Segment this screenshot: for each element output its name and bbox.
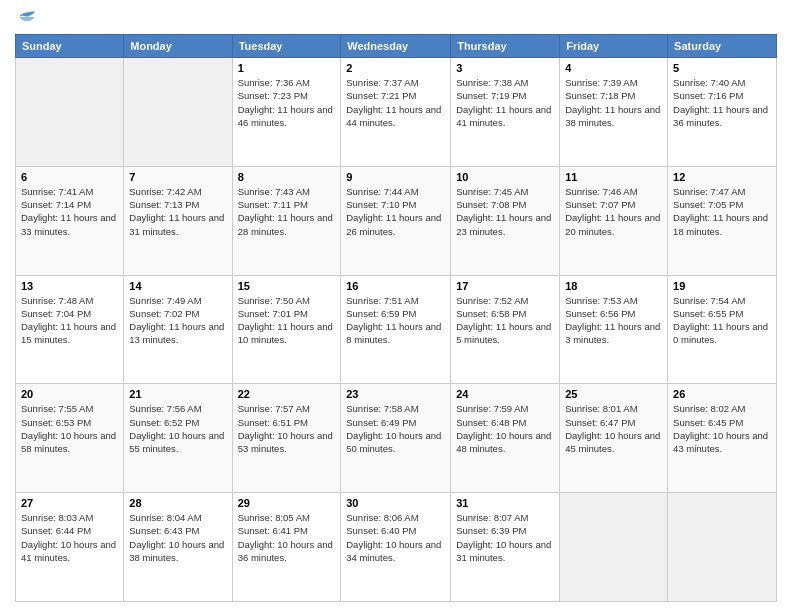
- day-info: Sunrise: 7:39 AMSunset: 7:18 PMDaylight:…: [565, 76, 662, 129]
- day-number: 23: [346, 388, 445, 400]
- header: [15, 10, 777, 26]
- calendar-weekday-monday: Monday: [124, 35, 232, 58]
- day-info: Sunrise: 7:41 AMSunset: 7:14 PMDaylight:…: [21, 185, 118, 238]
- day-number: 20: [21, 388, 118, 400]
- calendar-cell: 4Sunrise: 7:39 AMSunset: 7:18 PMDaylight…: [560, 58, 668, 167]
- calendar-cell: 11Sunrise: 7:46 AMSunset: 7:07 PMDayligh…: [560, 166, 668, 275]
- calendar-cell: 7Sunrise: 7:42 AMSunset: 7:13 PMDaylight…: [124, 166, 232, 275]
- calendar-cell: 30Sunrise: 8:06 AMSunset: 6:40 PMDayligh…: [341, 493, 451, 602]
- day-number: 8: [238, 171, 336, 183]
- day-info: Sunrise: 8:06 AMSunset: 6:40 PMDaylight:…: [346, 511, 445, 564]
- day-number: 12: [673, 171, 771, 183]
- calendar-cell: 1Sunrise: 7:36 AMSunset: 7:23 PMDaylight…: [232, 58, 341, 167]
- day-number: 2: [346, 62, 445, 74]
- calendar-cell: 15Sunrise: 7:50 AMSunset: 7:01 PMDayligh…: [232, 275, 341, 384]
- calendar-week-2: 6Sunrise: 7:41 AMSunset: 7:14 PMDaylight…: [16, 166, 777, 275]
- day-info: Sunrise: 7:55 AMSunset: 6:53 PMDaylight:…: [21, 402, 118, 455]
- day-number: 6: [21, 171, 118, 183]
- day-number: 13: [21, 280, 118, 292]
- day-number: 25: [565, 388, 662, 400]
- calendar-cell: 17Sunrise: 7:52 AMSunset: 6:58 PMDayligh…: [451, 275, 560, 384]
- calendar-weekday-friday: Friday: [560, 35, 668, 58]
- day-info: Sunrise: 7:37 AMSunset: 7:21 PMDaylight:…: [346, 76, 445, 129]
- calendar-cell: 24Sunrise: 7:59 AMSunset: 6:48 PMDayligh…: [451, 384, 560, 493]
- calendar-weekday-wednesday: Wednesday: [341, 35, 451, 58]
- calendar-week-5: 27Sunrise: 8:03 AMSunset: 6:44 PMDayligh…: [16, 493, 777, 602]
- day-number: 14: [129, 280, 226, 292]
- calendar-cell: 5Sunrise: 7:40 AMSunset: 7:16 PMDaylight…: [668, 58, 777, 167]
- calendar-cell: 31Sunrise: 8:07 AMSunset: 6:39 PMDayligh…: [451, 493, 560, 602]
- calendar-cell: [560, 493, 668, 602]
- calendar-cell: 2Sunrise: 7:37 AMSunset: 7:21 PMDaylight…: [341, 58, 451, 167]
- calendar-weekday-saturday: Saturday: [668, 35, 777, 58]
- day-info: Sunrise: 7:46 AMSunset: 7:07 PMDaylight:…: [565, 185, 662, 238]
- day-number: 27: [21, 497, 118, 509]
- day-number: 24: [456, 388, 554, 400]
- calendar-week-3: 13Sunrise: 7:48 AMSunset: 7:04 PMDayligh…: [16, 275, 777, 384]
- day-number: 18: [565, 280, 662, 292]
- calendar-cell: 9Sunrise: 7:44 AMSunset: 7:10 PMDaylight…: [341, 166, 451, 275]
- day-info: Sunrise: 7:40 AMSunset: 7:16 PMDaylight:…: [673, 76, 771, 129]
- calendar-cell: 19Sunrise: 7:54 AMSunset: 6:55 PMDayligh…: [668, 275, 777, 384]
- day-info: Sunrise: 7:44 AMSunset: 7:10 PMDaylight:…: [346, 185, 445, 238]
- day-info: Sunrise: 7:58 AMSunset: 6:49 PMDaylight:…: [346, 402, 445, 455]
- calendar-cell: 14Sunrise: 7:49 AMSunset: 7:02 PMDayligh…: [124, 275, 232, 384]
- calendar-cell: 20Sunrise: 7:55 AMSunset: 6:53 PMDayligh…: [16, 384, 124, 493]
- calendar-cell: 8Sunrise: 7:43 AMSunset: 7:11 PMDaylight…: [232, 166, 341, 275]
- calendar-week-4: 20Sunrise: 7:55 AMSunset: 6:53 PMDayligh…: [16, 384, 777, 493]
- day-info: Sunrise: 7:59 AMSunset: 6:48 PMDaylight:…: [456, 402, 554, 455]
- day-number: 1: [238, 62, 336, 74]
- calendar-cell: 18Sunrise: 7:53 AMSunset: 6:56 PMDayligh…: [560, 275, 668, 384]
- day-number: 31: [456, 497, 554, 509]
- day-info: Sunrise: 7:49 AMSunset: 7:02 PMDaylight:…: [129, 294, 226, 347]
- day-info: Sunrise: 7:52 AMSunset: 6:58 PMDaylight:…: [456, 294, 554, 347]
- day-info: Sunrise: 7:48 AMSunset: 7:04 PMDaylight:…: [21, 294, 118, 347]
- day-number: 28: [129, 497, 226, 509]
- day-number: 15: [238, 280, 336, 292]
- page: SundayMondayTuesdayWednesdayThursdayFrid…: [0, 0, 792, 612]
- day-info: Sunrise: 8:02 AMSunset: 6:45 PMDaylight:…: [673, 402, 771, 455]
- logo: [15, 10, 37, 26]
- calendar-weekday-sunday: Sunday: [16, 35, 124, 58]
- day-info: Sunrise: 7:57 AMSunset: 6:51 PMDaylight:…: [238, 402, 336, 455]
- day-number: 26: [673, 388, 771, 400]
- day-number: 3: [456, 62, 554, 74]
- calendar-cell: [668, 493, 777, 602]
- day-info: Sunrise: 8:04 AMSunset: 6:43 PMDaylight:…: [129, 511, 226, 564]
- day-number: 17: [456, 280, 554, 292]
- logo-bird-icon: [17, 10, 37, 26]
- day-number: 30: [346, 497, 445, 509]
- day-info: Sunrise: 7:47 AMSunset: 7:05 PMDaylight:…: [673, 185, 771, 238]
- day-info: Sunrise: 7:43 AMSunset: 7:11 PMDaylight:…: [238, 185, 336, 238]
- day-number: 22: [238, 388, 336, 400]
- day-info: Sunrise: 7:51 AMSunset: 6:59 PMDaylight:…: [346, 294, 445, 347]
- day-number: 4: [565, 62, 662, 74]
- calendar-cell: 10Sunrise: 7:45 AMSunset: 7:08 PMDayligh…: [451, 166, 560, 275]
- day-info: Sunrise: 7:45 AMSunset: 7:08 PMDaylight:…: [456, 185, 554, 238]
- calendar-cell: 22Sunrise: 7:57 AMSunset: 6:51 PMDayligh…: [232, 384, 341, 493]
- day-number: 9: [346, 171, 445, 183]
- day-info: Sunrise: 8:01 AMSunset: 6:47 PMDaylight:…: [565, 402, 662, 455]
- calendar-weekday-tuesday: Tuesday: [232, 35, 341, 58]
- day-number: 10: [456, 171, 554, 183]
- calendar-cell: 12Sunrise: 7:47 AMSunset: 7:05 PMDayligh…: [668, 166, 777, 275]
- calendar-cell: 25Sunrise: 8:01 AMSunset: 6:47 PMDayligh…: [560, 384, 668, 493]
- day-info: Sunrise: 7:53 AMSunset: 6:56 PMDaylight:…: [565, 294, 662, 347]
- day-number: 21: [129, 388, 226, 400]
- calendar-cell: 23Sunrise: 7:58 AMSunset: 6:49 PMDayligh…: [341, 384, 451, 493]
- day-info: Sunrise: 7:38 AMSunset: 7:19 PMDaylight:…: [456, 76, 554, 129]
- calendar-cell: 29Sunrise: 8:05 AMSunset: 6:41 PMDayligh…: [232, 493, 341, 602]
- day-info: Sunrise: 7:42 AMSunset: 7:13 PMDaylight:…: [129, 185, 226, 238]
- calendar-week-1: 1Sunrise: 7:36 AMSunset: 7:23 PMDaylight…: [16, 58, 777, 167]
- calendar-cell: [124, 58, 232, 167]
- calendar-cell: 28Sunrise: 8:04 AMSunset: 6:43 PMDayligh…: [124, 493, 232, 602]
- day-number: 19: [673, 280, 771, 292]
- calendar-cell: 21Sunrise: 7:56 AMSunset: 6:52 PMDayligh…: [124, 384, 232, 493]
- calendar-table: SundayMondayTuesdayWednesdayThursdayFrid…: [15, 34, 777, 602]
- day-number: 11: [565, 171, 662, 183]
- day-number: 16: [346, 280, 445, 292]
- calendar-cell: 26Sunrise: 8:02 AMSunset: 6:45 PMDayligh…: [668, 384, 777, 493]
- calendar-cell: 27Sunrise: 8:03 AMSunset: 6:44 PMDayligh…: [16, 493, 124, 602]
- day-number: 7: [129, 171, 226, 183]
- calendar-cell: 3Sunrise: 7:38 AMSunset: 7:19 PMDaylight…: [451, 58, 560, 167]
